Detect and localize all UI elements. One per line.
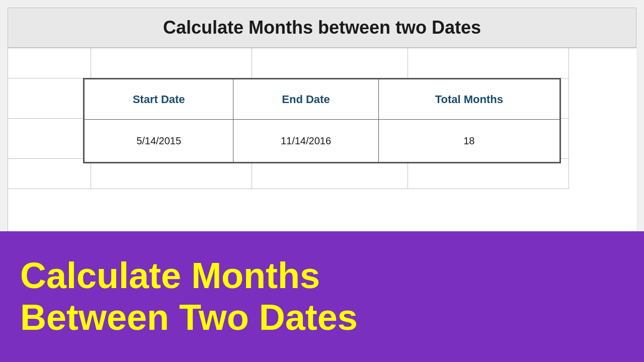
grid-cell [252, 159, 408, 189]
grid-cell [8, 119, 91, 159]
grid-cell [8, 78, 91, 119]
top-section: Calculate Months between two Dates Start… [0, 0, 644, 231]
page-title: Calculate Months between two Dates [23, 17, 621, 38]
grid-cell [91, 48, 252, 78]
table-container: Start Date End Date Total Months 5/14/20… [83, 78, 561, 163]
grid-cell [252, 48, 408, 78]
grid-cell [8, 159, 91, 189]
table-header-row: Start Date End Date Total Months [85, 79, 560, 120]
col-header-total-months: Total Months [378, 79, 559, 120]
cell-end-date: 11/14/2016 [233, 120, 378, 162]
spreadsheet-title-bar: Calculate Months between two Dates [8, 8, 636, 48]
grid-cell [408, 48, 569, 78]
grid-cell [8, 48, 91, 78]
cell-total-months: 18 [378, 120, 559, 162]
table-row: 5/14/2015 11/14/2016 18 [85, 120, 560, 162]
col-header-start-date: Start Date [85, 79, 233, 120]
grid-cell [408, 159, 569, 189]
cell-start-date: 5/14/2015 [85, 120, 233, 162]
grid-cell [91, 159, 252, 189]
data-table: Start Date End Date Total Months 5/14/20… [84, 79, 560, 162]
bottom-section: Calculate Months Between Two Dates [0, 231, 644, 362]
col-header-end-date: End Date [233, 79, 378, 120]
bottom-text: Calculate Months Between Two Dates [20, 255, 358, 338]
bottom-line2: Between Two Dates [20, 297, 358, 338]
bottom-line1: Calculate Months [20, 255, 358, 297]
